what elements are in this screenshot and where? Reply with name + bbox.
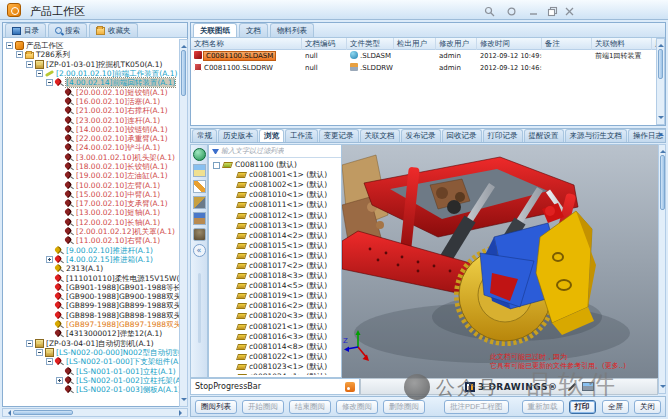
component-item[interactable]: c0081014<2> (默认) (211, 231, 339, 241)
component-checkbox[interactable] (213, 162, 220, 169)
tree-item[interactable]: [15.00.02.10]中臂(A.1) (4, 190, 179, 199)
component-item[interactable]: c0081015<1> (默认) (211, 241, 339, 251)
tree-item[interactable]: [111010110]柔性电源15V15W(A.1) (4, 273, 179, 282)
col-linked-material[interactable]: 关联物料 (592, 38, 652, 50)
tree-item[interactable]: [24.00.02.10]铲斗(A.1) (4, 143, 179, 152)
scroll-thumb[interactable] (658, 49, 663, 79)
3d-viewport[interactable]: Z 此文档可能已过时，因为 它具有可能已更新的文件参考引用。(更多..) (342, 144, 658, 378)
component-item[interactable]: c0081023<1> (默认) (211, 362, 339, 372)
tree-item[interactable]: [LS-N002-01-000]下支架组件(A.1) (4, 357, 179, 366)
tab-favorites[interactable]: 收藏夹 (89, 23, 138, 37)
tree-expander[interactable] (26, 340, 33, 347)
tree-item[interactable]: [22.00.02.10]承重臂(A.1) (4, 134, 179, 143)
table-scrollbar[interactable] (656, 38, 665, 125)
tree-item[interactable]: [LS-N002-01-002]立柱托架(A.1) (4, 376, 179, 385)
globe-icon[interactable] (193, 148, 206, 161)
refresh-icon[interactable] (506, 6, 518, 17)
tree-expander[interactable] (56, 377, 63, 384)
detail-tab[interactable]: 发布记录 (401, 129, 441, 142)
tree-horizontal-scrollbar[interactable] (2, 408, 188, 417)
tree-item[interactable]: [LS-N001-01-001]立柱(A.1) (4, 366, 179, 375)
detail-tab[interactable]: 提醒设置 (524, 129, 564, 142)
tree-item[interactable]: [19.00.02.10]左油缸(A.1) (4, 171, 179, 180)
tree-item[interactable]: [LS-N002-01-003]侧板A(A.1) (4, 385, 179, 394)
detail-tab[interactable]: 关联文档 (360, 129, 400, 142)
tree-item[interactable]: [17.00.02.10]支承臂(A.1) (4, 199, 179, 208)
tree-item[interactable]: [LS-N002-00-000]N002型自动切割机(A.1) (4, 348, 179, 357)
tree-item[interactable]: [2.00.01.02.12]机关罩(A.1) (4, 227, 179, 236)
markup-pencil-icon[interactable] (566, 381, 578, 393)
measure-icon[interactable] (193, 196, 206, 209)
scroll-right-icon[interactable] (179, 410, 185, 416)
component-item[interactable]: c0081018<3> (默认) (211, 271, 339, 281)
tree-item[interactable]: [GB897-1988]GB897-1988双头螺柱A型(A.1) (4, 320, 179, 329)
progress-feed-icon[interactable] (345, 382, 355, 392)
tree-item[interactable]: [10.00.02.10]左臂(A.1) (4, 180, 179, 189)
viewer-scrollbar[interactable] (658, 144, 666, 394)
component-item[interactable]: c0081017<2> (默认) (211, 261, 339, 271)
tab-linked-drawings[interactable]: 关联图纸 (193, 23, 237, 37)
component-item[interactable]: c0081014<8> (默认) (211, 342, 339, 352)
tree-expander[interactable] (6, 42, 13, 49)
scroll-up-icon[interactable] (658, 41, 664, 47)
col-doc-code[interactable]: 文档编码 (302, 38, 347, 50)
tree-expander[interactable] (36, 349, 43, 356)
table-row[interactable]: C0081100.SLDASM null .SLDASM admin 2012-… (191, 51, 656, 62)
scroll-down-icon[interactable] (660, 385, 666, 391)
doc-name-selected[interactable]: C0081100.SLDASM (204, 52, 275, 60)
tree-item[interactable]: [11.00.02.10]右臂(A.1) (4, 236, 179, 245)
detail-tab[interactable]: 回收记录 (442, 129, 482, 142)
component-item[interactable]: c0081014<5> (默认) (211, 281, 339, 291)
tree-expander[interactable] (46, 79, 53, 86)
tree-item[interactable]: [2.00.01.02.10]前端工作装置(A.1) (4, 69, 179, 78)
tree-item[interactable]: [16.00.02.10]活塞(A.1) (4, 97, 179, 106)
col-note[interactable]: 备注 (542, 38, 592, 50)
scroll-down-icon[interactable] (181, 398, 187, 404)
toolbar-button[interactable]: 批注PDF工程图 (444, 400, 509, 414)
tree-expander[interactable] (16, 51, 23, 58)
detail-tab[interactable]: 工作流 (285, 129, 318, 142)
tree-item[interactable]: [ZP-03-04-01]自动切割机(A.1) (4, 339, 179, 348)
tree-expander[interactable] (36, 70, 43, 77)
tree-item[interactable]: [20.00.02.10]短铰销(A.1) (4, 87, 179, 96)
scroll-up-icon[interactable] (660, 147, 666, 153)
toolbar-button[interactable]: 删除圈阅 (383, 400, 425, 414)
component-item[interactable]: c0081022<1> (默认) (211, 352, 339, 362)
toolbar-button[interactable]: 修改圈阅 (336, 400, 378, 414)
component-item[interactable]: c0081024<1> (默认) (211, 372, 339, 375)
tree-item[interactable]: 产品工作区 (4, 41, 179, 50)
scroll-up-icon[interactable] (181, 42, 187, 48)
tree-item[interactable]: [GB899-1988]GB899-1988双头螺柱A型(A.1) (4, 301, 179, 310)
close-icon[interactable] (564, 6, 576, 17)
component-item[interactable]: c0081020<3> (默认) (211, 311, 339, 321)
col-modify-user[interactable]: 修改用户 (436, 38, 477, 50)
component-item[interactable]: c0081002<1> (默认) (211, 180, 339, 190)
scroll-thumb[interactable] (181, 50, 186, 96)
tree-item[interactable]: [14.00.02.10]铰链销(A.1) (4, 125, 179, 134)
detail-tab[interactable]: 打印记录 (483, 129, 523, 142)
col-modify-time[interactable]: 修改时间 (477, 38, 542, 50)
component-item[interactable]: c0081021<1> (默认) (211, 322, 339, 332)
tree-item[interactable]: [3.00.01.02.10]机头架(A.1) (4, 153, 179, 162)
tree-vertical-scrollbar[interactable] (179, 39, 188, 407)
scroll-left-icon[interactable] (5, 410, 11, 416)
tree-item[interactable]: [23.00.02.10]连杆(A.1) (4, 115, 179, 124)
scroll-thumb[interactable] (660, 155, 665, 210)
toolbar-button[interactable]: 全屏 (602, 400, 629, 414)
toolbar-slider[interactable] (198, 273, 201, 343)
filter-bar[interactable]: 输入文字以过滤列表 (209, 145, 341, 158)
scroll-thumb[interactable] (13, 410, 73, 415)
component-item[interactable]: c0081016<3> (默认) (211, 332, 339, 342)
table-row[interactable]: C0081100.SLDDRW null .SLDDRW admin 2012-… (191, 63, 656, 74)
filter-icon[interactable] (212, 149, 219, 154)
tree-item[interactable]: [4.00.02.15]推进箱(A.1) (4, 255, 179, 264)
tree-item[interactable]: [GB901-1988]GB901-1988等长双头螺柱(A.1) (4, 283, 179, 292)
component-item[interactable]: C0081100 (默认) (211, 160, 339, 170)
tree-item[interactable]: [GB900-1988]GB900-1988双头螺柱A型(A.1) (4, 292, 179, 301)
toolbar-button[interactable]: 关闭 (634, 400, 661, 414)
tree-expander[interactable] (46, 256, 53, 263)
tab-documents[interactable]: 文档 (239, 23, 268, 37)
tree-item[interactable]: [4313000012]弹垫12(A.1) (4, 329, 179, 338)
toolbar-button[interactable]: 开始圈阅 (242, 400, 284, 414)
component-item[interactable]: c0081001<1> (默认) (211, 170, 339, 180)
